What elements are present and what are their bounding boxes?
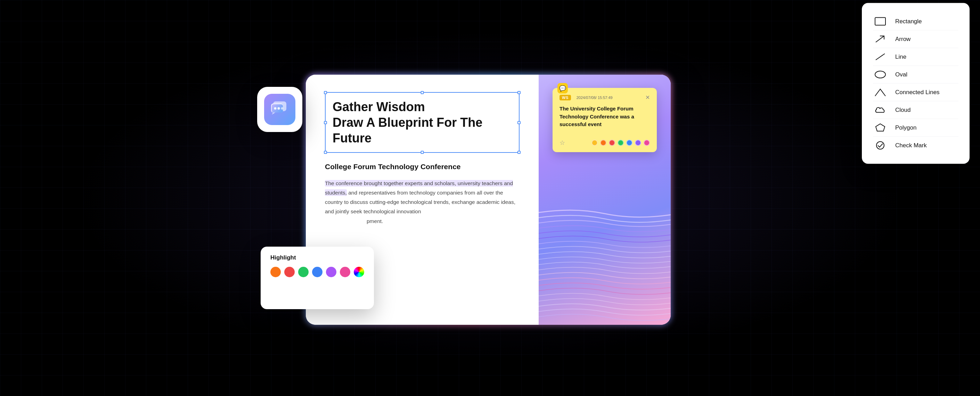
connected-lines-label: Connected Lines — [895, 89, 940, 96]
svg-point-6 — [281, 107, 283, 110]
cloud-icon — [873, 106, 888, 115]
svg-point-10 — [875, 71, 886, 78]
polygon-label: Polygon — [895, 124, 916, 131]
image-card-area: 💬 WS 2024/07/08/ 15:57:49 ✕ The Universi… — [539, 75, 671, 325]
color-green[interactable] — [298, 267, 309, 277]
color-red[interactable] — [284, 267, 295, 277]
color-purple[interactable] — [326, 267, 336, 277]
svg-marker-3 — [275, 113, 277, 115]
shapes-panel: Rectangle Arrow Line — [862, 3, 970, 164]
shape-item-check-mark[interactable]: Check Mark — [873, 137, 958, 154]
note-dot-red[interactable] — [609, 140, 615, 146]
handle-tm[interactable] — [421, 91, 424, 94]
handle-mr[interactable] — [517, 121, 520, 124]
shape-item-rectangle[interactable]: Rectangle — [873, 13, 958, 30]
line-label: Line — [895, 54, 906, 60]
arrow-label: Arrow — [895, 36, 910, 43]
handle-br[interactable] — [517, 151, 520, 154]
oval-icon — [873, 70, 888, 79]
note-dot-blue[interactable] — [626, 140, 633, 146]
color-blue[interactable] — [312, 267, 323, 277]
highlighted-text: The conference brought together experts … — [325, 180, 513, 196]
svg-rect-7 — [875, 18, 886, 25]
app-icon — [264, 94, 295, 125]
color-orange[interactable] — [270, 267, 281, 277]
svg-point-5 — [278, 107, 280, 110]
handle-ml[interactable] — [324, 121, 327, 124]
svg-line-9 — [876, 54, 885, 60]
handle-bl[interactable] — [324, 151, 327, 154]
note-dot-orange[interactable] — [600, 140, 606, 146]
main-title: Gather WisdomDraw A Blueprint For TheFut… — [332, 99, 512, 146]
note-footer: ☆ — [560, 139, 650, 146]
highlight-panel: Highlight — [261, 247, 374, 309]
check-mark-label: Check Mark — [895, 142, 927, 149]
line-icon — [873, 52, 888, 62]
shape-item-cloud[interactable]: Cloud — [873, 102, 958, 119]
rectangle-label: Rectangle — [895, 18, 922, 25]
highlight-title: Highlight — [270, 254, 364, 261]
rectangle-icon — [873, 17, 888, 26]
svg-point-12 — [877, 142, 884, 149]
note-tag: WS — [560, 95, 571, 100]
scene: Highlight — [73, 42, 907, 354]
note-color-dots — [592, 140, 650, 146]
shape-item-arrow[interactable]: Arrow — [873, 30, 958, 48]
svg-marker-11 — [876, 124, 885, 131]
note-card: 💬 WS 2024/07/08/ 15:57:49 ✕ The Universi… — [552, 88, 657, 152]
note-dot-green[interactable] — [617, 140, 624, 146]
note-header: WS 2024/07/08/ 15:57:49 ✕ — [560, 94, 650, 101]
note-timestamp: 2024/07/08/ 15:57:49 — [576, 95, 612, 100]
svg-line-8 — [876, 36, 884, 42]
color-rainbow[interactable] — [354, 267, 364, 277]
app-icon-card — [257, 87, 302, 132]
note-close-button[interactable]: ✕ — [645, 94, 650, 101]
highlight-colors — [270, 267, 364, 277]
body-text: The conference brought together experts … — [325, 178, 520, 226]
shape-item-polygon[interactable]: Polygon — [873, 119, 958, 137]
svg-point-4 — [274, 107, 277, 110]
note-text: The University College Forum Technology … — [560, 105, 650, 129]
note-meta: WS 2024/07/08/ 15:57:49 — [560, 95, 612, 100]
color-pink[interactable] — [340, 267, 350, 277]
arrow-icon — [873, 35, 888, 44]
cloud-label: Cloud — [895, 107, 910, 114]
handle-tr[interactable] — [517, 91, 520, 94]
polygon-icon — [873, 123, 888, 132]
check-mark-icon — [873, 141, 888, 150]
title-selection-box: Gather WisdomDraw A Blueprint For TheFut… — [325, 92, 520, 153]
note-icon: 💬 — [557, 83, 568, 94]
note-dot-pink[interactable] — [644, 140, 650, 146]
handle-bm[interactable] — [421, 151, 424, 154]
handle-tl[interactable] — [324, 91, 327, 94]
shape-item-oval[interactable]: Oval — [873, 66, 958, 84]
oval-label: Oval — [895, 71, 907, 78]
note-star-icon[interactable]: ☆ — [560, 139, 565, 146]
note-dot-yellow[interactable] — [592, 140, 598, 146]
shape-item-line[interactable]: Line — [873, 48, 958, 66]
section-title: College Forum Technology Conference — [325, 162, 520, 171]
connected-lines-icon — [873, 88, 888, 97]
note-dot-purple[interactable] — [635, 140, 641, 146]
shape-item-connected-lines[interactable]: Connected Lines — [873, 84, 958, 102]
